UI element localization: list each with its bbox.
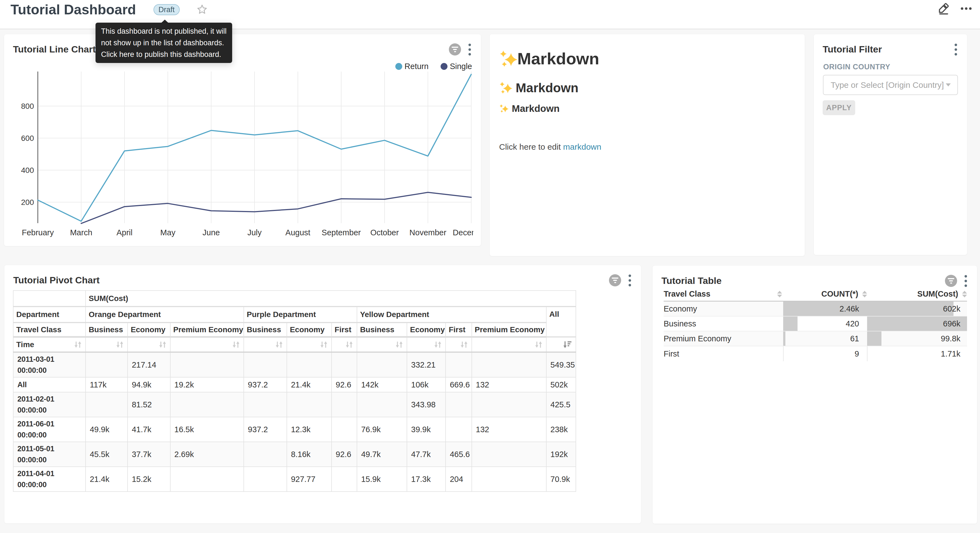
pivot-value-cell	[331, 417, 357, 442]
pivot-value-cell: 217.14	[127, 352, 170, 377]
table-header-row: Travel ClassCOUNT(*)SUM(Cost)	[663, 287, 967, 302]
origin-country-select[interactable]: Type or Select [Origin Country]	[823, 75, 958, 95]
pivot-department-yellow: Yellow Department	[357, 306, 546, 322]
pivot-value-cell: 45.5k	[86, 442, 127, 467]
table-row[interactable]: Premium Economy6199.8k	[663, 331, 967, 346]
column-header-count[interactable]: COUNT(*)	[783, 289, 867, 298]
filter-status-icon[interactable]	[609, 274, 621, 286]
sort-icon[interactable]	[434, 341, 442, 348]
sort-icon[interactable]	[777, 291, 782, 297]
sort-icon[interactable]	[74, 341, 82, 348]
pivot-sort-header[interactable]	[86, 337, 127, 352]
pivot-value-cell: 204	[445, 467, 471, 492]
sort-icon[interactable]	[395, 341, 403, 348]
markdown-paragraph: Click here to edit markdown	[499, 142, 795, 152]
pivot-value-cell	[472, 442, 546, 467]
pivot-sort-header[interactable]	[407, 337, 445, 352]
pivot-sort-header[interactable]	[357, 337, 407, 352]
sort-icon[interactable]	[159, 341, 167, 348]
legend-item-return[interactable]: Return	[395, 62, 428, 71]
star-icon	[197, 4, 208, 15]
cell-count: 2.46k	[783, 302, 867, 316]
sort-icon[interactable]	[320, 341, 328, 348]
pivot-chart-card: Tutorial Pivot Chart SUM(Cost)Department…	[5, 265, 641, 523]
sort-icon[interactable]	[460, 341, 468, 348]
pivot-value-cell: 92.6	[331, 377, 357, 392]
sort-icon[interactable]	[116, 341, 124, 348]
legend-item-single[interactable]: Single	[441, 62, 472, 71]
table-row[interactable]: Economy2.46k602k	[663, 302, 967, 316]
pivot-value-cell: 937.2	[244, 417, 287, 442]
sort-icon[interactable]	[535, 341, 543, 348]
pivot-value-cell	[472, 392, 546, 417]
cell-value: 602k	[867, 304, 967, 313]
pivot-time-header[interactable]: Time	[13, 337, 86, 352]
favorite-star-icon[interactable]	[197, 4, 208, 15]
cell-value: 99.8k	[867, 334, 967, 343]
y-axis-tick-label: 400	[21, 166, 34, 174]
pivot-row-label: 2011-06-0100:00:00	[13, 417, 86, 442]
header-actions	[939, 0, 972, 17]
pivot-class-header: Business	[244, 322, 287, 337]
card-actions	[609, 265, 634, 295]
cell-value: 696k	[867, 319, 967, 328]
cell-count: 9	[783, 346, 867, 361]
pivot-value-cell: 192k	[546, 442, 576, 467]
table-row[interactable]: First91.71k	[663, 346, 967, 361]
x-axis-tick-label: August	[285, 228, 310, 237]
column-header-sum[interactable]: SUM(Cost)	[867, 289, 967, 298]
sort-icon[interactable]	[862, 291, 867, 297]
sort-desc-icon[interactable]	[563, 341, 572, 348]
pivot-sort-header-active[interactable]	[546, 337, 576, 352]
status-badge[interactable]: Draft	[153, 4, 180, 15]
chart-legend: ReturnSingle	[395, 62, 472, 71]
tooltip-text: This dashboard is not published, it will…	[101, 26, 227, 60]
pivot-table-grid: SUM(Cost)DepartmentOrange DepartmentPurp…	[13, 290, 576, 492]
markdown-card: Markdown Markdown Markdown Click here to…	[490, 34, 805, 256]
sort-icon[interactable]	[345, 341, 353, 348]
pivot-class-header: Economy	[407, 322, 445, 337]
pivot-sort-header[interactable]	[445, 337, 471, 352]
filter-status-icon[interactable]	[945, 275, 957, 287]
sparkles-icon	[499, 81, 512, 94]
pivot-value-cell: 49.7k	[357, 442, 407, 467]
table-row[interactable]: Business420696k	[663, 316, 967, 331]
markdown-link[interactable]: markdown	[563, 142, 601, 152]
pivot-sort-header[interactable]	[472, 337, 546, 352]
pivot-department-label: Department	[13, 306, 86, 322]
ellipsis-icon	[960, 6, 972, 11]
kebab-menu-icon[interactable]	[961, 274, 970, 288]
sort-icon[interactable]	[232, 341, 240, 348]
pivot-sort-header[interactable]	[127, 337, 170, 352]
apply-button[interactable]: APPLY	[822, 100, 855, 115]
pivot-value-cell: 142k	[357, 377, 407, 392]
kebab-menu-icon[interactable]	[951, 42, 960, 57]
pivot-row: 2011-05-0100:00:0045.5k37.7k2.69k8.16k92…	[13, 442, 576, 467]
origin-country-label: ORIGIN COUNTRY	[823, 63, 890, 71]
more-menu-button[interactable]	[960, 6, 972, 11]
column-label: Travel Class	[663, 289, 710, 298]
pivot-sort-header[interactable]	[331, 337, 357, 352]
pivot-sort-header[interactable]	[170, 337, 244, 352]
pivot-value-cell: 425.5	[546, 392, 576, 417]
pivot-department-purple: Purple Department	[244, 306, 357, 322]
pivot-row: 2011-03-0100:00:00217.14332.21549.35	[13, 352, 576, 377]
cell-travel-class: Business	[663, 316, 783, 331]
pivot-row: 2011-02-0100:00:0081.52343.98425.5	[13, 392, 576, 417]
x-axis-tick-label: April	[116, 228, 132, 237]
cell-sum: 696k	[867, 316, 967, 331]
sort-icon[interactable]	[962, 291, 967, 297]
pivot-value-cell: 238k	[546, 417, 576, 442]
publish-tooltip[interactable]: This dashboard is not published, it will…	[95, 22, 232, 63]
kebab-menu-icon[interactable]	[625, 273, 634, 287]
sort-icon[interactable]	[275, 341, 283, 348]
line-series-single[interactable]	[81, 193, 471, 224]
pivot-value-cell: 16.5k	[170, 417, 244, 442]
pivot-value-cell	[331, 352, 357, 377]
pivot-sort-header[interactable]	[244, 337, 287, 352]
cell-value: 1.71k	[867, 349, 967, 359]
pivot-sort-header[interactable]	[287, 337, 331, 352]
edit-dashboard-button[interactable]	[939, 2, 950, 15]
column-header-travel-class[interactable]: Travel Class	[663, 289, 783, 298]
pivot-department-orange: Orange Department	[86, 306, 244, 322]
